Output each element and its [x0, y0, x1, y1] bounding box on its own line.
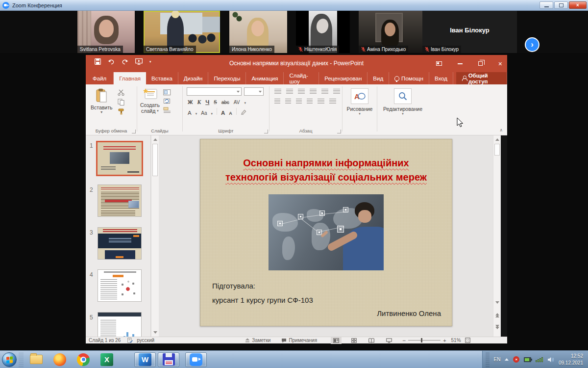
slide-thumbnail-3[interactable] — [98, 227, 142, 260]
volume-icon[interactable] — [547, 357, 554, 363]
tab-view[interactable]: Вид — [368, 72, 389, 84]
slideshow-view-button[interactable] — [384, 337, 394, 344]
video-tile[interactable]: Илона Николенко — [229, 11, 287, 53]
previous-slide-button[interactable] — [494, 312, 500, 319]
align-left-icon[interactable] — [274, 98, 280, 104]
ppt-minimize-icon[interactable] — [458, 63, 463, 64]
tab-animations[interactable]: Анимация — [246, 72, 284, 84]
ppt-close-icon[interactable]: × — [498, 60, 502, 67]
normal-view-button[interactable] — [331, 337, 342, 344]
align-right-icon[interactable] — [296, 98, 302, 104]
minimize-button[interactable] — [539, 1, 553, 9]
slide-thumbnail-4[interactable] — [98, 269, 142, 302]
save-app-taskbar-button[interactable] — [158, 352, 179, 367]
cut-icon[interactable] — [118, 89, 125, 96]
scroll-up-icon[interactable] — [494, 136, 500, 143]
tab-home[interactable]: Главная — [114, 72, 146, 84]
slide-canvas[interactable]: Основні напрямки інформаційних технологі… — [200, 139, 452, 326]
close-button[interactable]: × — [569, 1, 587, 9]
numbering-icon[interactable] — [286, 88, 293, 94]
slide-thumbnail-1[interactable] — [96, 141, 143, 176]
change-case-button[interactable]: Аа — [201, 110, 207, 116]
smartart-convert-icon[interactable] — [329, 98, 336, 104]
next-slide-button[interactable] — [494, 323, 500, 331]
share-button[interactable]: Общий доступ — [456, 72, 507, 84]
slide-scrollbar[interactable] — [493, 135, 501, 337]
scroll-up-icon[interactable] — [152, 136, 158, 143]
slide-scrollbar-thumb[interactable] — [494, 144, 500, 156]
firefox-taskbar-button[interactable] — [49, 352, 71, 367]
language-indicator[interactable]: русский — [137, 338, 154, 343]
slide-thumbnail-5[interactable] — [98, 312, 142, 337]
reset-slide-icon[interactable] — [163, 98, 171, 105]
next-participants-button[interactable]: › — [525, 37, 539, 52]
grow-font-button[interactable]: А — [221, 110, 225, 116]
font-dialog-launcher[interactable] — [264, 130, 268, 133]
tab-signin[interactable]: Вход — [429, 72, 453, 84]
explorer-taskbar-button[interactable] — [25, 352, 47, 367]
video-tile[interactable]: НіштенкоЮлія — [296, 11, 350, 53]
thumbnail-scrollbar[interactable] — [151, 135, 159, 337]
start-button[interactable] — [2, 352, 17, 367]
tab-help[interactable]: Помощн — [389, 72, 429, 84]
battery-icon[interactable] — [524, 357, 531, 362]
clipboard-dialog-launcher[interactable] — [132, 130, 136, 133]
video-tile-active-speaker[interactable]: Светлана Виганяйло — [144, 11, 220, 53]
tray-alert-icon[interactable]: × — [513, 356, 519, 363]
bullets-icon[interactable] — [274, 88, 281, 94]
align-center-icon[interactable] — [285, 98, 291, 104]
copy-icon[interactable] — [118, 99, 125, 105]
character-spacing-button[interactable]: AV — [234, 100, 240, 105]
strikethrough-button[interactable]: S — [214, 99, 217, 105]
italic-button[interactable]: К — [197, 99, 201, 105]
ribbon-display-options-icon[interactable] — [436, 61, 442, 66]
network-signal-icon[interactable] — [536, 357, 543, 362]
scroll-down-icon[interactable] — [494, 299, 500, 306]
collapse-ribbon-icon[interactable]: ∧ — [499, 128, 503, 132]
video-tile[interactable]: Аміна Приходько — [359, 11, 423, 53]
tab-design[interactable]: Дизайн — [178, 72, 209, 84]
font-name-combobox[interactable] — [187, 87, 242, 96]
spacing-dropdown-icon[interactable]: ▾ — [244, 101, 246, 105]
zoom-in-icon[interactable]: + — [443, 338, 446, 343]
comments-button[interactable]: Примечания — [281, 338, 317, 343]
line-spacing-icon[interactable] — [321, 88, 328, 94]
increase-indent-icon[interactable] — [310, 88, 317, 94]
tab-slideshow[interactable]: Слайд-шоу — [284, 72, 319, 84]
slide-sorter-view-button[interactable] — [348, 337, 359, 344]
section-icon[interactable] — [163, 107, 171, 113]
drawing-button[interactable]: A Рисование ▾ — [343, 84, 377, 116]
scroll-down-icon[interactable] — [152, 329, 158, 336]
thumbnail-scrollbar-thumb[interactable] — [152, 144, 158, 176]
fit-to-window-icon[interactable] — [465, 338, 470, 343]
font-color-button[interactable]: А — [188, 110, 192, 116]
slide-layout-icon[interactable] — [163, 89, 171, 96]
zoom-level[interactable]: 51% — [451, 338, 461, 343]
chrome-taskbar-button[interactable] — [73, 352, 94, 367]
editing-button[interactable]: Редактирование ▾ — [377, 84, 428, 116]
decrease-indent-icon[interactable] — [298, 88, 305, 94]
justify-icon[interactable] — [307, 98, 313, 104]
excel-taskbar-button[interactable]: X — [96, 352, 118, 367]
clear-formatting-button[interactable]: abc — [221, 100, 229, 105]
maximize-button[interactable] — [554, 1, 568, 9]
columns-icon[interactable] — [318, 98, 324, 104]
text-direction-icon[interactable] — [333, 88, 340, 94]
reading-view-button[interactable] — [366, 337, 377, 344]
zoom-taskbar-button[interactable] — [185, 352, 207, 367]
format-painter-icon[interactable] — [118, 108, 125, 115]
notes-button[interactable]: Заметки — [245, 338, 270, 343]
slide-thumbnail-2[interactable] — [98, 184, 142, 217]
new-slide-button[interactable]: Создать слайд▾ — [140, 88, 160, 114]
word-taskbar-button[interactable]: W — [134, 352, 156, 367]
highlight-icon[interactable] — [241, 109, 247, 115]
shrink-font-button[interactable]: А — [229, 111, 232, 116]
zoom-slider[interactable]: − + — [402, 337, 446, 344]
tab-insert[interactable]: Вставка — [146, 72, 178, 84]
video-tile[interactable]: Svitlana Petrovska — [77, 11, 135, 53]
tab-file[interactable]: Файл — [86, 72, 114, 84]
spellcheck-icon[interactable] — [127, 338, 133, 343]
font-size-combobox[interactable] — [244, 87, 264, 96]
hidden-icons-chevron[interactable] — [505, 358, 509, 361]
bold-button[interactable]: Ж — [188, 99, 193, 105]
